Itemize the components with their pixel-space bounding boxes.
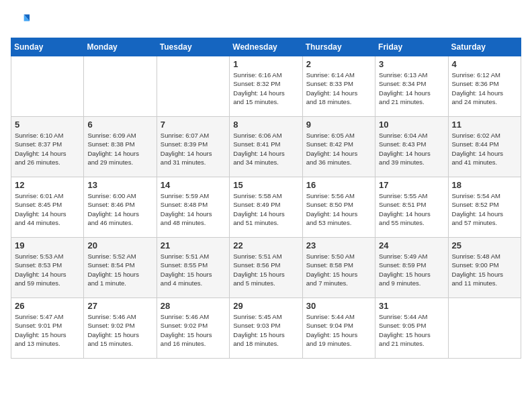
day-info: Sunrise: 5:45 AM Sunset: 9:03 PM Dayligh… [233, 312, 298, 348]
day-info: Sunrise: 5:49 AM Sunset: 8:59 PM Dayligh… [379, 252, 444, 287]
logo-icon [11, 11, 30, 30]
weekday-header-thursday: Thursday [302, 38, 375, 56]
day-number: 11 [452, 120, 517, 130]
day-number: 19 [15, 240, 80, 250]
logo [11, 11, 32, 30]
calendar-cell: 20Sunrise: 5:52 AM Sunset: 8:54 PM Dayli… [84, 238, 157, 298]
day-number: 13 [87, 180, 152, 190]
day-number: 15 [233, 180, 298, 190]
calendar-cell [448, 298, 521, 359]
day-info: Sunrise: 6:07 AM Sunset: 8:39 PM Dayligh… [161, 131, 226, 167]
day-info: Sunrise: 6:01 AM Sunset: 8:45 PM Dayligh… [15, 191, 80, 227]
calendar-cell: 7Sunrise: 6:07 AM Sunset: 8:39 PM Daylig… [157, 117, 229, 177]
day-number: 29 [233, 301, 298, 311]
weekday-header-row: SundayMondayTuesdayWednesdayThursdayFrid… [11, 38, 521, 56]
calendar-cell: 21Sunrise: 5:51 AM Sunset: 8:55 PM Dayli… [157, 238, 229, 298]
day-info: Sunrise: 5:59 AM Sunset: 8:48 PM Dayligh… [161, 191, 226, 227]
calendar-cell: 23Sunrise: 5:50 AM Sunset: 8:58 PM Dayli… [302, 238, 375, 298]
calendar-cell: 25Sunrise: 5:48 AM Sunset: 9:00 PM Dayli… [448, 238, 521, 298]
calendar-cell: 29Sunrise: 5:45 AM Sunset: 9:03 PM Dayli… [230, 298, 302, 359]
day-number: 22 [233, 240, 298, 250]
calendar-cell [11, 56, 84, 117]
day-number: 10 [379, 120, 444, 130]
day-number: 27 [87, 301, 152, 311]
day-number: 8 [233, 120, 298, 130]
day-number: 31 [379, 301, 444, 311]
calendar-cell: 3Sunrise: 6:13 AM Sunset: 8:34 PM Daylig… [375, 56, 448, 117]
day-info: Sunrise: 5:46 AM Sunset: 9:02 PM Dayligh… [87, 312, 152, 348]
calendar-cell: 18Sunrise: 5:54 AM Sunset: 8:52 PM Dayli… [448, 177, 521, 238]
day-info: Sunrise: 5:55 AM Sunset: 8:51 PM Dayligh… [379, 191, 444, 227]
calendar-cell [157, 56, 229, 117]
day-number: 6 [87, 120, 152, 130]
calendar-cell: 4Sunrise: 6:12 AM Sunset: 8:36 PM Daylig… [448, 56, 521, 117]
day-info: Sunrise: 6:14 AM Sunset: 8:33 PM Dayligh… [306, 71, 371, 106]
day-number: 3 [379, 59, 444, 69]
calendar-cell: 5Sunrise: 6:10 AM Sunset: 8:37 PM Daylig… [11, 117, 84, 177]
day-info: Sunrise: 6:13 AM Sunset: 8:34 PM Dayligh… [379, 71, 444, 106]
day-info: Sunrise: 5:53 AM Sunset: 8:53 PM Dayligh… [15, 252, 80, 287]
day-number: 24 [379, 240, 444, 250]
day-number: 18 [452, 180, 517, 190]
calendar-cell: 22Sunrise: 5:51 AM Sunset: 8:56 PM Dayli… [230, 238, 302, 298]
calendar-cell [84, 56, 157, 117]
day-number: 4 [452, 59, 517, 69]
day-info: Sunrise: 5:52 AM Sunset: 8:54 PM Dayligh… [87, 252, 152, 287]
weekday-header-tuesday: Tuesday [157, 38, 229, 56]
calendar-cell: 9Sunrise: 6:05 AM Sunset: 8:42 PM Daylig… [302, 117, 375, 177]
day-number: 28 [161, 301, 226, 311]
calendar-cell: 1Sunrise: 6:16 AM Sunset: 8:32 PM Daylig… [230, 56, 302, 117]
weekday-header-monday: Monday [84, 38, 157, 56]
weekday-header-wednesday: Wednesday [230, 38, 302, 56]
day-number: 12 [15, 180, 80, 190]
calendar-cell: 8Sunrise: 6:06 AM Sunset: 8:41 PM Daylig… [230, 117, 302, 177]
day-info: Sunrise: 5:51 AM Sunset: 8:55 PM Dayligh… [161, 252, 226, 287]
day-number: 5 [15, 120, 80, 130]
calendar-cell: 26Sunrise: 5:47 AM Sunset: 9:01 PM Dayli… [11, 298, 84, 359]
calendar-cell: 6Sunrise: 6:09 AM Sunset: 8:38 PM Daylig… [84, 117, 157, 177]
day-info: Sunrise: 6:16 AM Sunset: 8:32 PM Dayligh… [233, 71, 298, 106]
day-info: Sunrise: 5:44 AM Sunset: 9:04 PM Dayligh… [306, 312, 371, 348]
day-number: 25 [452, 240, 517, 250]
day-info: Sunrise: 5:51 AM Sunset: 8:56 PM Dayligh… [233, 252, 298, 287]
calendar-cell: 14Sunrise: 5:59 AM Sunset: 8:48 PM Dayli… [157, 177, 229, 238]
day-info: Sunrise: 6:02 AM Sunset: 8:44 PM Dayligh… [452, 131, 517, 167]
day-info: Sunrise: 6:10 AM Sunset: 8:37 PM Dayligh… [15, 131, 80, 167]
calendar-cell: 24Sunrise: 5:49 AM Sunset: 8:59 PM Dayli… [375, 238, 448, 298]
calendar-cell: 13Sunrise: 6:00 AM Sunset: 8:46 PM Dayli… [84, 177, 157, 238]
day-info: Sunrise: 6:09 AM Sunset: 8:38 PM Dayligh… [87, 131, 152, 167]
day-info: Sunrise: 6:12 AM Sunset: 8:36 PM Dayligh… [452, 71, 517, 106]
calendar-cell: 19Sunrise: 5:53 AM Sunset: 8:53 PM Dayli… [11, 238, 84, 298]
day-info: Sunrise: 6:00 AM Sunset: 8:46 PM Dayligh… [87, 191, 152, 227]
calendar-table: SundayMondayTuesdayWednesdayThursdayFrid… [11, 38, 521, 359]
calendar-cell: 28Sunrise: 5:46 AM Sunset: 9:02 PM Dayli… [157, 298, 229, 359]
calendar-cell: 15Sunrise: 5:58 AM Sunset: 8:49 PM Dayli… [230, 177, 302, 238]
calendar-cell: 11Sunrise: 6:02 AM Sunset: 8:44 PM Dayli… [448, 117, 521, 177]
day-number: 30 [306, 301, 371, 311]
calendar-cell: 31Sunrise: 5:44 AM Sunset: 9:05 PM Dayli… [375, 298, 448, 359]
day-number: 20 [87, 240, 152, 250]
calendar-cell: 17Sunrise: 5:55 AM Sunset: 8:51 PM Dayli… [375, 177, 448, 238]
weekday-header-friday: Friday [375, 38, 448, 56]
day-number: 9 [306, 120, 371, 130]
week-row-2: 5Sunrise: 6:10 AM Sunset: 8:37 PM Daylig… [11, 117, 521, 177]
day-number: 2 [306, 59, 371, 69]
day-number: 1 [233, 59, 298, 69]
day-info: Sunrise: 5:58 AM Sunset: 8:49 PM Dayligh… [233, 191, 298, 227]
day-number: 7 [161, 120, 226, 130]
day-number: 23 [306, 240, 371, 250]
calendar-cell: 16Sunrise: 5:56 AM Sunset: 8:50 PM Dayli… [302, 177, 375, 238]
calendar-cell: 2Sunrise: 6:14 AM Sunset: 8:33 PM Daylig… [302, 56, 375, 117]
day-info: Sunrise: 5:44 AM Sunset: 9:05 PM Dayligh… [379, 312, 444, 348]
calendar-cell: 10Sunrise: 6:04 AM Sunset: 8:43 PM Dayli… [375, 117, 448, 177]
week-row-3: 12Sunrise: 6:01 AM Sunset: 8:45 PM Dayli… [11, 177, 521, 238]
weekday-header-sunday: Sunday [11, 38, 84, 56]
day-info: Sunrise: 6:04 AM Sunset: 8:43 PM Dayligh… [379, 131, 444, 167]
day-info: Sunrise: 6:06 AM Sunset: 8:41 PM Dayligh… [233, 131, 298, 167]
day-info: Sunrise: 5:50 AM Sunset: 8:58 PM Dayligh… [306, 252, 371, 287]
page-header [11, 11, 521, 30]
day-info: Sunrise: 5:48 AM Sunset: 9:00 PM Dayligh… [452, 252, 517, 287]
calendar-cell: 12Sunrise: 6:01 AM Sunset: 8:45 PM Dayli… [11, 177, 84, 238]
calendar-cell: 27Sunrise: 5:46 AM Sunset: 9:02 PM Dayli… [84, 298, 157, 359]
day-info: Sunrise: 6:05 AM Sunset: 8:42 PM Dayligh… [306, 131, 371, 167]
